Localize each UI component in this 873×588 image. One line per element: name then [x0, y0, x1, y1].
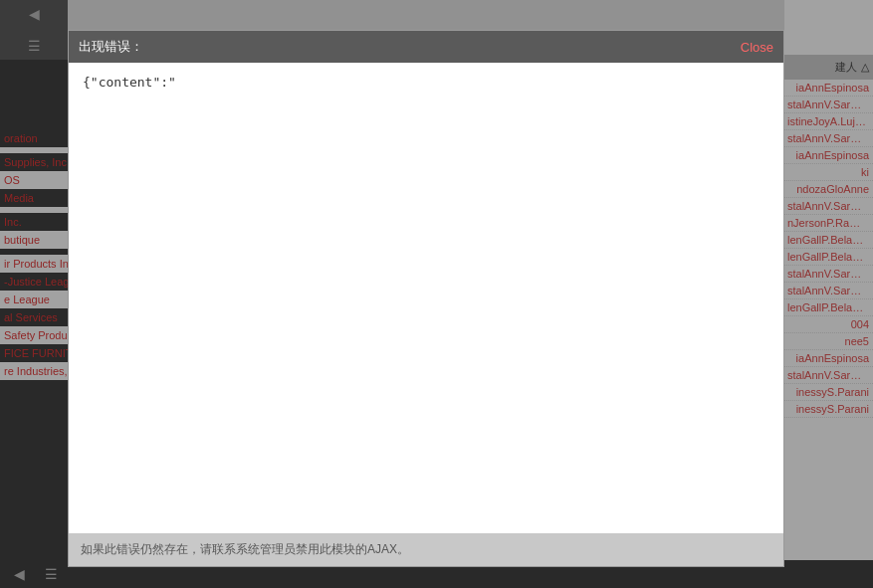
modal-content-text: {"content":": [83, 75, 176, 90]
modal-footer-text: 如果此错误仍然存在，请联系系统管理员禁用此模块的AJAX。: [81, 542, 409, 556]
modal-close-button[interactable]: Close: [741, 40, 773, 55]
modal-header: 出现错误： Close: [69, 31, 783, 63]
modal-body: {"content":": [69, 63, 783, 533]
modal-footer: 如果此错误仍然存在，请联系系统管理员禁用此模块的AJAX。: [69, 533, 783, 566]
modal-title: 出现错误：: [79, 38, 143, 56]
error-modal: 出现错误： Close {"content":" 如果此错误仍然存在，请联系系统…: [68, 30, 784, 567]
